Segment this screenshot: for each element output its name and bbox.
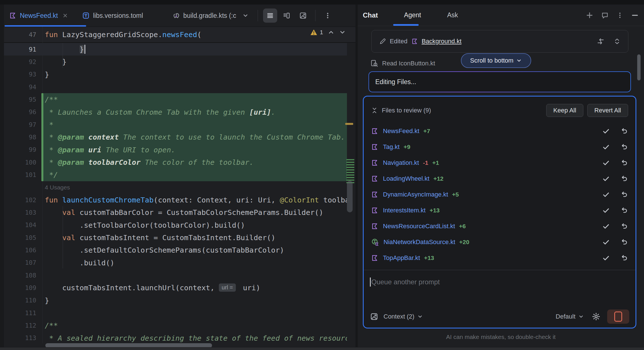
- code-line[interactable]: 98 * @param context The context to use t…: [4, 131, 347, 143]
- code-line[interactable]: 92 }: [4, 56, 347, 68]
- code-line[interactable]: 105 val customTabsIntent = CustomTabsInt…: [4, 231, 347, 244]
- code-line[interactable]: 102fun launchCustomChromeTab(context: Co…: [4, 194, 347, 206]
- prompt-input[interactable]: Queue another prompt: [370, 278, 440, 287]
- tab-ask[interactable]: Ask: [447, 5, 458, 26]
- file-row[interactable]: DynamicAsyncImage.kt+5: [364, 187, 635, 202]
- line-number[interactable]: 97: [4, 121, 43, 128]
- chevron-down-icon[interactable]: [578, 314, 584, 319]
- collapse-all-icon[interactable]: [371, 107, 378, 114]
- file-row[interactable]: LoadingWheel.kt+12: [364, 171, 635, 187]
- code-line[interactable]: 94: [4, 81, 347, 93]
- keep-file-button[interactable]: [602, 127, 610, 135]
- keep-file-button[interactable]: [602, 254, 610, 262]
- model-selector[interactable]: Default: [556, 313, 575, 320]
- revert-file-button[interactable]: [620, 143, 628, 151]
- code-area[interactable]: 91 }92 }93}9495/**96 * Launches a Custom…: [4, 42, 347, 350]
- line-number[interactable]: 103: [4, 209, 43, 216]
- line-number[interactable]: 108: [4, 272, 43, 279]
- revert-file-button[interactable]: [620, 191, 628, 199]
- code-line[interactable]: 113 * A sealed hierarchy describing the …: [4, 332, 347, 344]
- code-line[interactable]: 109 customTabsIntent.launchUrl(context, …: [4, 281, 347, 294]
- line-number[interactable]: 105: [4, 234, 43, 241]
- keep-all-button[interactable]: Keep All: [546, 104, 583, 117]
- warning-indicator[interactable]: 1: [310, 29, 323, 36]
- preview-image-button[interactable]: [296, 8, 310, 23]
- code-line[interactable]: 101 */: [4, 168, 347, 181]
- scroll-to-bottom-button[interactable]: Scroll to bottom: [461, 53, 531, 68]
- line-number[interactable]: 102: [4, 197, 43, 204]
- line-number[interactable]: 110: [4, 297, 43, 304]
- keep-file-button[interactable]: [602, 143, 610, 151]
- keep-file-button[interactable]: [602, 206, 610, 214]
- chat-history-icon[interactable]: [601, 11, 609, 19]
- context-selector[interactable]: Context (2): [384, 313, 414, 320]
- line-number[interactable]: 96: [4, 108, 43, 116]
- code-line[interactable]: 108: [4, 269, 347, 281]
- file-name-link[interactable]: NiaNetworkDataSource.kt: [384, 238, 455, 246]
- code-line[interactable]: 96 * Launches a Custom Chrome Tab with t…: [4, 106, 347, 118]
- line-number[interactable]: 99: [4, 146, 43, 153]
- revert-file-button[interactable]: [620, 127, 628, 135]
- line-number[interactable]: 91: [4, 46, 43, 53]
- line-number[interactable]: 112: [4, 322, 43, 329]
- file-row[interactable]: Tag.kt+9: [364, 139, 635, 155]
- close-icon[interactable]: [62, 13, 68, 18]
- file-name-link[interactable]: LoadingWheel.kt: [383, 175, 429, 182]
- split-view-button[interactable]: [279, 8, 294, 23]
- code-line[interactable]: 112/**: [4, 319, 347, 332]
- tab-agent[interactable]: Agent: [404, 5, 421, 26]
- code-line[interactable]: 95/**: [4, 93, 347, 106]
- revert-all-button[interactable]: Revert All: [587, 104, 628, 117]
- chevron-down-icon[interactable]: [242, 12, 249, 19]
- line-number[interactable]: 47: [4, 31, 43, 38]
- next-occurrence-icon[interactable]: [339, 29, 346, 36]
- line-number[interactable]: 94: [4, 84, 43, 91]
- editor-kebab-menu[interactable]: [321, 8, 335, 23]
- edited-file-card[interactable]: Edited Background.kt: [371, 30, 628, 53]
- keep-file-button[interactable]: [602, 191, 610, 199]
- editor-vertical-scrollbar[interactable]: [347, 181, 353, 212]
- code-line[interactable]: 97 *: [4, 118, 347, 131]
- code-line[interactable]: 111: [4, 307, 347, 319]
- code-line[interactable]: 99 * @param uri The URI to open.: [4, 144, 347, 156]
- file-name-link[interactable]: NewsResourceCardList.kt: [383, 223, 455, 230]
- chat-scrollbar[interactable]: [637, 54, 641, 80]
- keep-file-button[interactable]: [602, 159, 610, 167]
- line-number[interactable]: 100: [4, 159, 43, 166]
- file-name-link[interactable]: NewsFeed.kt: [383, 127, 419, 135]
- line-number[interactable]: 113: [4, 334, 43, 342]
- keep-file-button[interactable]: [602, 175, 610, 183]
- line-number[interactable]: 106: [4, 247, 43, 254]
- code-line[interactable]: 4 Usages: [4, 181, 347, 194]
- new-chat-icon[interactable]: [586, 11, 594, 19]
- error-stripe-added-mark[interactable]: [346, 159, 354, 183]
- code-line[interactable]: 104 .setToolbarColor(toolbarColor).build…: [4, 219, 347, 231]
- pane-divider[interactable]: [355, 5, 358, 350]
- code-line[interactable]: 110}: [4, 294, 347, 307]
- line-number[interactable]: 109: [4, 284, 43, 291]
- sticky-code-line[interactable]: fun LazyStaggeredGridScope.newsFeed(: [43, 30, 202, 39]
- file-row[interactable]: InterestsItem.kt+13: [364, 202, 635, 218]
- expand-collapse-icon[interactable]: [613, 38, 621, 45]
- revert-file-button[interactable]: [620, 222, 628, 230]
- revert-file-button[interactable]: [620, 206, 628, 214]
- code-line[interactable]: 107 .build(): [4, 257, 347, 269]
- previous-occurrence-icon[interactable]: [328, 29, 334, 36]
- file-row[interactable]: NewsResourceCardList.kt+6: [364, 218, 635, 234]
- edited-file-link[interactable]: Background.kt: [421, 38, 461, 45]
- tab-newsfeed[interactable]: NewsFeed.kt: [4, 5, 73, 27]
- file-row[interactable]: Navigation.kt-1+1: [364, 155, 635, 171]
- code-line[interactable]: 100 * @param toolbarColor The color of t…: [4, 156, 347, 168]
- file-name-link[interactable]: DynamicAsyncImage.kt: [383, 191, 448, 198]
- line-number[interactable]: 104: [4, 221, 43, 229]
- file-row[interactable]: TopAppBar.kt+13: [364, 250, 635, 266]
- code-line[interactable]: 106 .setDefaultColorSchemeParams(customT…: [4, 244, 347, 256]
- kebab-menu-icon[interactable]: [616, 12, 624, 19]
- tab-build-gradle[interactable]: build.gradle.kts (:c: [167, 5, 254, 27]
- code-line[interactable]: 91 }: [4, 43, 347, 56]
- line-number[interactable]: 107: [4, 259, 43, 266]
- file-name-link[interactable]: Navigation.kt: [383, 159, 419, 167]
- tab-libs-versions[interactable]: libs.versions.toml: [77, 5, 148, 27]
- single-column-view-button[interactable]: [263, 8, 277, 23]
- keep-file-button[interactable]: [602, 238, 610, 246]
